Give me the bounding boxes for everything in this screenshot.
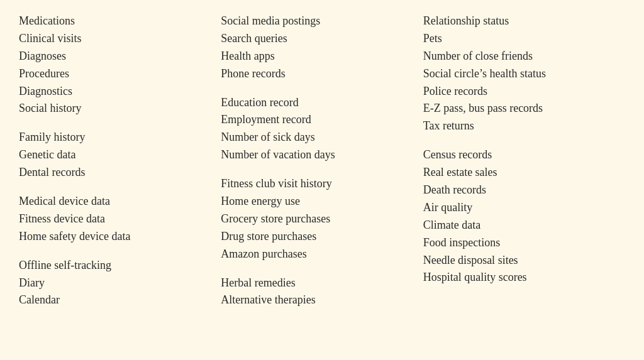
- list-item: Home safety device data: [19, 228, 221, 246]
- list-item: Hospital quality scores: [423, 269, 625, 286]
- list-item: Education record: [221, 94, 423, 112]
- list-item: Herbal remedies: [221, 275, 423, 292]
- group-1-3: Medical device dataFitness device dataHo…: [19, 193, 221, 246]
- list-item: Tax returns: [423, 117, 625, 135]
- list-item: Fitness device data: [19, 210, 221, 228]
- list-item: Dental records: [19, 164, 221, 182]
- list-item: E-Z pass, bus pass records: [423, 100, 625, 117]
- list-item: Health apps: [221, 48, 423, 65]
- list-item: Family history: [19, 129, 221, 146]
- list-item: Number of close friends: [423, 48, 625, 65]
- list-item: Genetic data: [19, 146, 221, 164]
- list-item: Census records: [423, 146, 625, 164]
- list-item: Grocery store purchases: [221, 210, 423, 228]
- column-2: Social media postingsSearch queriesHealt…: [221, 13, 423, 309]
- group-3-1: Relationship statusPetsNumber of close f…: [423, 13, 625, 135]
- group-2-3: Fitness club visit historyHome energy us…: [221, 175, 423, 263]
- list-item: Employment record: [221, 111, 423, 129]
- group-1-1: MedicationsClinical visitsDiagnosesProce…: [19, 13, 221, 117]
- list-item: Fitness club visit history: [221, 175, 423, 193]
- list-item: Pets: [423, 30, 625, 48]
- group-3-2: Census recordsReal estate salesDeath rec…: [423, 146, 625, 286]
- column-1: MedicationsClinical visitsDiagnosesProce…: [19, 13, 221, 309]
- list-item: Amazon purchases: [221, 246, 423, 263]
- list-item: Climate data: [423, 217, 625, 234]
- list-item: Home energy use: [221, 193, 423, 210]
- group-2-2: Education recordEmployment recordNumber …: [221, 94, 423, 165]
- list-item: Number of vacation days: [221, 146, 423, 164]
- list-item: Social media postings: [221, 13, 423, 30]
- list-item: Food inspections: [423, 234, 625, 252]
- group-1-2: Family historyGenetic dataDental records: [19, 129, 221, 182]
- list-item: Procedures: [19, 65, 221, 83]
- list-item: Alternative therapies: [221, 292, 423, 309]
- column-3: Relationship statusPetsNumber of close f…: [423, 13, 625, 309]
- list-item: Medications: [19, 13, 221, 30]
- list-item: Diagnoses: [19, 48, 221, 65]
- list-item: Clinical visits: [19, 30, 221, 48]
- list-item: Phone records: [221, 65, 423, 83]
- list-item: Needle disposal sites: [423, 252, 625, 270]
- list-item: Search queries: [221, 30, 423, 48]
- list-item: Offline self-tracking: [19, 257, 221, 275]
- list-item: Death records: [423, 182, 625, 199]
- group-2-4: Herbal remediesAlternative therapies: [221, 275, 423, 310]
- list-item: Diagnostics: [19, 83, 221, 101]
- list-item: Drug store purchases: [221, 228, 423, 246]
- main-content: MedicationsClinical visitsDiagnosesProce…: [19, 13, 625, 309]
- list-item: Social history: [19, 100, 221, 117]
- list-item: Calendar: [19, 292, 221, 309]
- list-item: Police records: [423, 83, 625, 101]
- list-item: Real estate sales: [423, 164, 625, 182]
- list-item: Relationship status: [423, 13, 625, 30]
- group-2-1: Social media postingsSearch queriesHealt…: [221, 13, 423, 83]
- group-1-4: Offline self-trackingDiaryCalendar: [19, 257, 221, 310]
- list-item: Social circle’s health status: [423, 65, 625, 83]
- list-item: Diary: [19, 275, 221, 292]
- list-item: Medical device data: [19, 193, 221, 210]
- list-item: Air quality: [423, 199, 625, 217]
- list-item: Number of sick days: [221, 129, 423, 146]
